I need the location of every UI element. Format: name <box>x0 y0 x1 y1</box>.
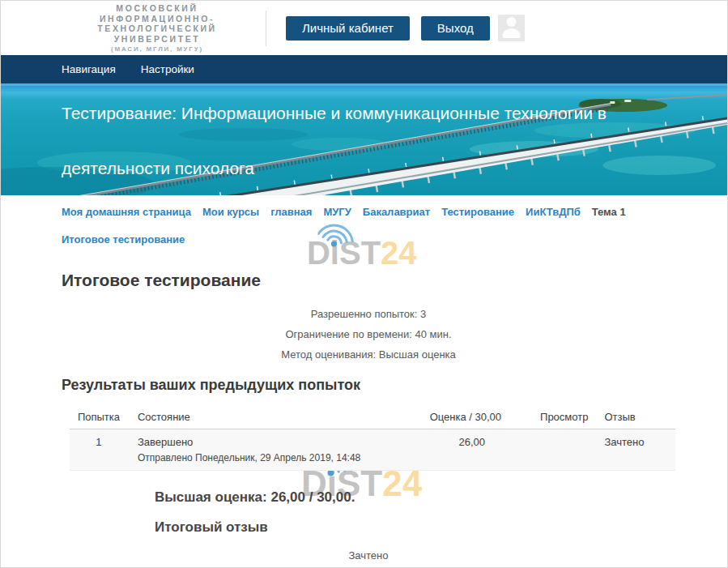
col-header-grade: Оценка / 30,00 <box>411 406 508 429</box>
state-label: Завершено <box>138 436 404 448</box>
col-header-attempt: Попытка <box>70 406 128 429</box>
col-header-feedback: Отзыв <box>594 406 675 429</box>
table-header-row: Попытка Состояние Оценка / 30,00 Просмот… <box>70 406 675 429</box>
logo-line-3: УНИВЕРСИТЕТ <box>62 34 253 45</box>
header-actions: Личный кабинет Выход <box>286 15 525 41</box>
cell-grade: 26,00 <box>411 429 508 471</box>
final-feedback-value: Зачтено <box>62 549 675 562</box>
results-heading: Результаты ваших предыдущих попыток <box>62 377 675 394</box>
cell-review <box>508 429 594 471</box>
breadcrumb-mugu[interactable]: МУГУ <box>323 206 351 218</box>
cell-state: Завершено Отправлено Понедельник, 29 Апр… <box>128 429 411 471</box>
person-icon <box>498 15 525 41</box>
personal-cabinet-button[interactable]: Личный кабинет <box>286 16 410 41</box>
breadcrumb-course-code[interactable]: ИиКТвДПб <box>526 206 581 218</box>
nav-item-settings[interactable]: Настройки <box>141 63 194 75</box>
cell-attempt-number: 1 <box>70 429 128 471</box>
page-content: DiST24 DiST24 Моя домашняя страница Мои … <box>1 206 727 568</box>
breadcrumb-topic: Тема 1 <box>592 206 626 218</box>
breadcrumb-final-test[interactable]: Итоговое тестирование <box>62 233 185 246</box>
logo-line-4: (МАСИ, МГЛИ, МУГУ) <box>62 45 253 53</box>
breadcrumb-home[interactable]: Моя домашняя страница <box>62 206 191 218</box>
hero-banner: Тестирование: Информационные и коммуника… <box>1 86 727 195</box>
breadcrumb-bachelor[interactable]: Бакалавриат <box>363 206 430 218</box>
table-row: 1 Завершено Отправлено Понедельник, 29 А… <box>70 429 675 471</box>
logo-line-2: ИНФОРМАЦИОННО-ТЕХНОЛОГИЧЕСКИЙ <box>62 14 253 34</box>
breadcrumb-my-courses[interactable]: Мои курсы <box>202 206 259 218</box>
header-divider <box>266 11 266 46</box>
state-detail: Отправлено Понедельник, 29 Апрель 2019, … <box>138 452 404 463</box>
col-header-state: Состояние <box>128 406 411 429</box>
final-feedback-heading: Итоговый отзыв <box>155 519 675 536</box>
logo-line-1: МОСКОВСКИЙ <box>62 3 253 14</box>
grading-method: Метод оценивания: Высшая оценка <box>62 344 675 365</box>
breadcrumb-testing[interactable]: Тестирование <box>441 206 514 218</box>
attempts-table: Попытка Состояние Оценка / 30,00 Просмот… <box>70 406 675 471</box>
top-header: МОСКОВСКИЙ ИНФОРМАЦИОННО-ТЕХНОЛОГИЧЕСКИЙ… <box>1 1 727 55</box>
time-limit: Ограничение по времени: 40 мин. <box>62 324 675 344</box>
col-header-review: Просмотр <box>508 406 594 429</box>
nav-item-navigation[interactable]: Навигация <box>62 63 116 75</box>
logout-button[interactable]: Выход <box>421 16 490 41</box>
breadcrumb: Итоговое тестирование <box>62 233 675 246</box>
main-navbar: Навигация Настройки <box>1 55 727 86</box>
quiz-info: Разрешенно попыток: 3 Ограничение по вре… <box>62 304 675 365</box>
best-grade: Высшая оценка: 26,00 / 30,00. <box>155 489 675 506</box>
cell-feedback: Зачтено <box>594 429 675 471</box>
university-logo: МОСКОВСКИЙ ИНФОРМАЦИОННО-ТЕХНОЛОГИЧЕСКИЙ… <box>62 3 253 53</box>
page-title: Итоговое тестирование <box>62 271 675 290</box>
attempts-allowed: Разрешенно попыток: 3 <box>62 304 675 324</box>
breadcrumb-main[interactable]: главная <box>270 206 312 218</box>
course-title: Тестирование: Информационные и коммуника… <box>62 86 620 195</box>
breadcrumb: Моя домашняя страница Мои курсы главная … <box>62 206 675 218</box>
user-avatar[interactable] <box>498 15 525 41</box>
